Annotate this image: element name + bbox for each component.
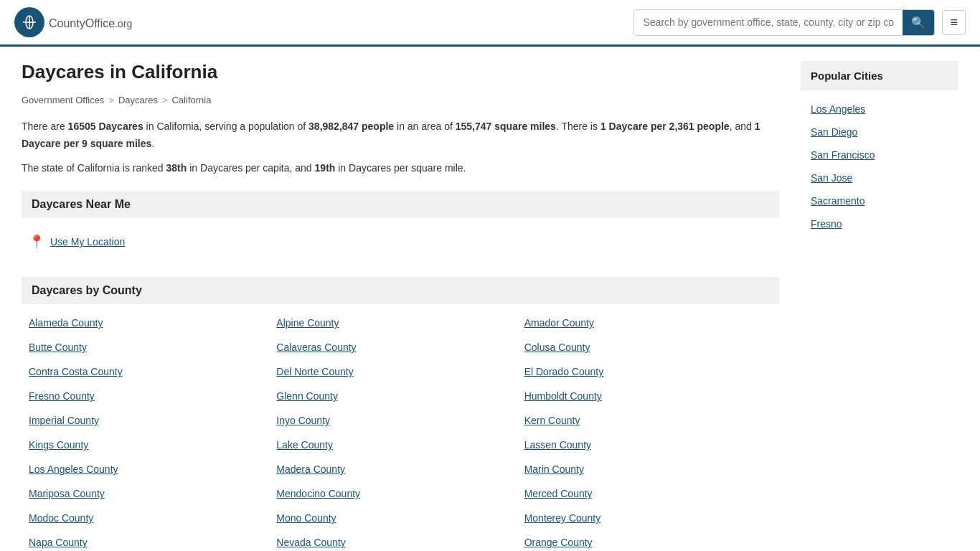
county-link[interactable]: Butte County bbox=[29, 339, 276, 356]
info-count: 16505 Daycares bbox=[68, 121, 143, 132]
info-per-capita: 1 Daycare per 2,361 people bbox=[600, 121, 730, 132]
info-pre: There are bbox=[22, 121, 68, 132]
sidebar-city-link[interactable]: Los Angeles bbox=[801, 98, 958, 121]
sidebar-city-link[interactable]: Sacramento bbox=[801, 189, 958, 212]
search-input[interactable] bbox=[634, 11, 903, 34]
breadcrumb: Government Offices > Daycares > Californ… bbox=[22, 95, 779, 105]
info-area-pre: in an area of bbox=[394, 121, 456, 132]
info-paragraph-2: The state of California is ranked 38th i… bbox=[22, 160, 779, 177]
content-area: Daycares in California Government Office… bbox=[22, 61, 779, 551]
county-link[interactable]: Modoc County bbox=[29, 509, 276, 527]
sidebar-cities: Los AngelesSan DiegoSan FranciscoSan Jos… bbox=[801, 98, 958, 235]
info-end: . There is bbox=[556, 121, 600, 132]
page-title: Daycares in California bbox=[22, 61, 779, 83]
county-link[interactable]: Fresno County bbox=[29, 387, 276, 405]
search-box: 🔍 bbox=[633, 9, 935, 36]
info-rank-pre: The state of California is ranked bbox=[22, 162, 166, 174]
info-mid: in California, serving a population of bbox=[143, 121, 308, 132]
county-link[interactable]: Glenn County bbox=[276, 387, 524, 405]
search-button[interactable]: 🔍 bbox=[903, 10, 934, 35]
county-link[interactable]: Humboldt County bbox=[524, 387, 772, 405]
use-location-link[interactable]: Use My Location bbox=[50, 236, 125, 248]
county-link[interactable]: Merced County bbox=[524, 485, 772, 502]
info-population: 38,982,847 people bbox=[308, 121, 394, 132]
sidebar-city-link[interactable]: San Jose bbox=[801, 166, 958, 189]
info-rank1: 38th bbox=[166, 162, 187, 174]
location-icon: 📍 bbox=[29, 234, 44, 250]
info-rank2-suf: in Daycares per square mile. bbox=[335, 162, 466, 174]
logo-area: CountyOffice.org bbox=[14, 7, 132, 37]
county-grid: Alameda CountyAlpine CountyAmador County… bbox=[22, 314, 779, 551]
county-link[interactable]: Alpine County bbox=[276, 314, 524, 331]
logo-text: CountyOffice.org bbox=[49, 14, 132, 31]
county-header: Daycares by County bbox=[22, 277, 779, 304]
sidebar: Popular Cities Los AngelesSan DiegoSan F… bbox=[801, 61, 958, 551]
county-link[interactable]: Nevada County bbox=[276, 534, 524, 551]
county-link[interactable]: Inyo County bbox=[276, 412, 524, 429]
county-link[interactable]: Lassen County bbox=[524, 436, 772, 453]
site-header: CountyOffice.org 🔍 ≡ bbox=[0, 0, 980, 47]
county-link[interactable]: Lake County bbox=[276, 436, 524, 453]
county-link[interactable]: Calaveras County bbox=[276, 339, 524, 356]
sidebar-city-link[interactable]: San Diego bbox=[801, 121, 958, 143]
county-link[interactable]: Napa County bbox=[29, 534, 276, 551]
county-link[interactable]: Orange County bbox=[524, 534, 772, 551]
sidebar-city-link[interactable]: Fresno bbox=[801, 212, 958, 235]
county-link[interactable]: Madera County bbox=[276, 461, 524, 478]
county-link[interactable]: Monterey County bbox=[524, 509, 772, 527]
info-comma: , and bbox=[730, 121, 755, 132]
county-link[interactable]: El Dorado County bbox=[524, 363, 772, 380]
info-period: . bbox=[151, 138, 154, 149]
county-link[interactable]: Los Angeles County bbox=[29, 461, 276, 478]
info-rank2: 19th bbox=[315, 162, 336, 174]
county-link[interactable]: Imperial County bbox=[29, 412, 276, 429]
breadcrumb-sep-2: > bbox=[162, 95, 168, 105]
breadcrumb-sep-1: > bbox=[108, 95, 114, 105]
near-me-header: Daycares Near Me bbox=[22, 191, 779, 218]
breadcrumb-daycares[interactable]: Daycares bbox=[118, 95, 158, 105]
county-link[interactable]: Colusa County bbox=[524, 339, 772, 356]
county-link[interactable]: Amador County bbox=[524, 314, 772, 331]
county-link[interactable]: Del Norte County bbox=[276, 363, 524, 380]
breadcrumb-california[interactable]: California bbox=[171, 95, 211, 105]
info-paragraph-1: There are 16505 Daycares in California, … bbox=[22, 118, 779, 153]
county-link[interactable]: Mendocino County bbox=[276, 485, 524, 502]
menu-button[interactable]: ≡ bbox=[942, 10, 966, 35]
location-row: 📍 Use My Location bbox=[22, 228, 779, 263]
logo-icon bbox=[14, 7, 44, 37]
county-link[interactable]: Marin County bbox=[524, 461, 772, 478]
info-area: 155,747 square miles bbox=[456, 121, 556, 132]
sidebar-header: Popular Cities bbox=[801, 61, 958, 90]
county-link[interactable]: Contra Costa County bbox=[29, 363, 276, 380]
county-link[interactable]: Alameda County bbox=[29, 314, 276, 331]
county-link[interactable]: Kings County bbox=[29, 436, 276, 453]
header-right: 🔍 ≡ bbox=[633, 9, 966, 36]
county-link[interactable]: Mariposa County bbox=[29, 485, 276, 502]
county-link[interactable]: Kern County bbox=[524, 412, 772, 429]
info-rank1-suf: in Daycares per capita, and bbox=[187, 162, 314, 174]
sidebar-city-link[interactable]: San Francisco bbox=[801, 143, 958, 166]
breadcrumb-gov-offices[interactable]: Government Offices bbox=[22, 95, 104, 105]
main-container: Daycares in California Government Office… bbox=[0, 47, 980, 551]
county-link[interactable]: Mono County bbox=[276, 509, 524, 527]
